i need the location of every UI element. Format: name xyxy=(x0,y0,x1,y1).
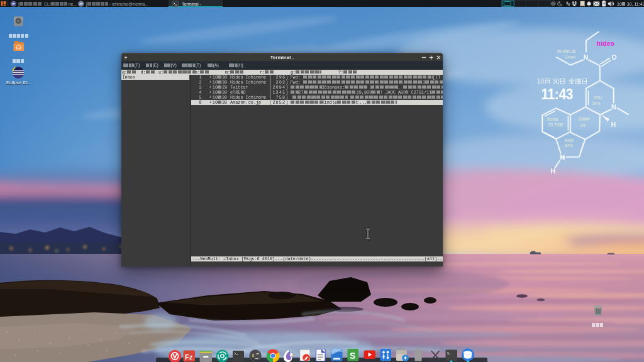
svg-text:O: O xyxy=(612,53,617,61)
svg-text:S: S xyxy=(350,351,355,361)
svg-text:14%: 14% xyxy=(592,101,601,106)
svg-text:Linux: Linux xyxy=(565,55,575,59)
svg-text:/home: /home xyxy=(547,117,558,121)
svg-text:10: 10 xyxy=(537,78,545,85)
svg-text:RAM: RAM xyxy=(565,138,574,143)
svg-text:54%: 54% xyxy=(565,143,573,148)
svg-text:N: N xyxy=(611,103,616,111)
svg-text:H: H xyxy=(550,167,555,175)
svg-text:N: N xyxy=(584,53,589,61)
svg-text:CPU: CPU xyxy=(594,96,602,100)
svg-text:N: N xyxy=(560,153,565,161)
svg-text:30: 30 xyxy=(553,78,560,85)
svg-text:1%: 1% xyxy=(580,123,586,128)
svg-text:Fz: Fz xyxy=(185,353,193,361)
svg-text:$_: $_ xyxy=(447,352,452,356)
svg-text:23.7GiB: 23.7GiB xyxy=(548,123,563,127)
svg-text:H: H xyxy=(611,121,616,128)
svg-text:11:43: 11:43 xyxy=(541,86,573,102)
svg-text:hideo: hideo xyxy=(597,40,614,47)
svg-text:$: $ xyxy=(252,354,255,358)
svg-text:4h 48m 3s: 4h 48m 3s xyxy=(557,49,576,53)
svg-text:SWAP: SWAP xyxy=(579,117,591,121)
